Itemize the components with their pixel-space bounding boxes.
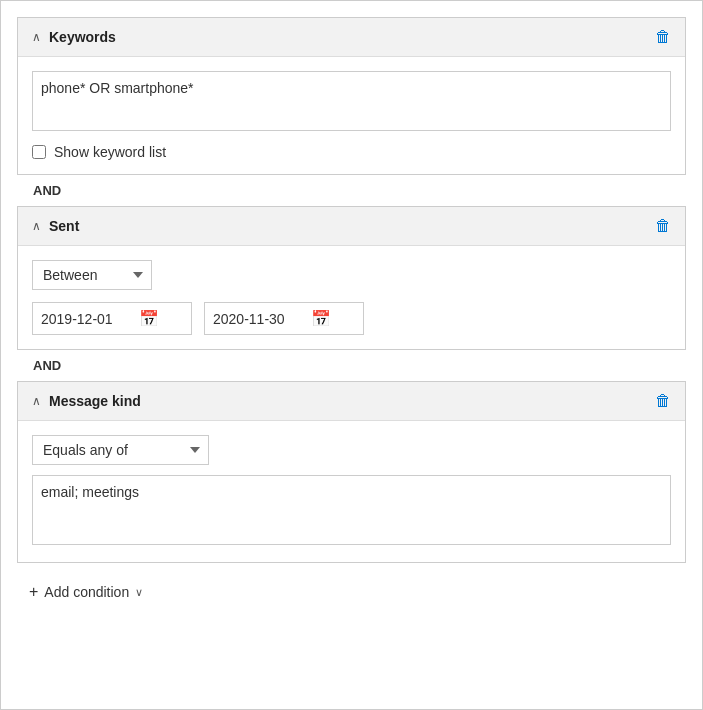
sent-dropdown[interactable]: Between Before After On [32,260,152,290]
keywords-delete-icon[interactable]: 🗑 [655,28,671,46]
message-kind-textarea[interactable] [32,475,671,545]
and-separator-1: AND [17,175,686,206]
date-row: 📅 📅 [32,302,671,335]
show-keyword-list-checkbox[interactable] [32,145,46,159]
keywords-textarea[interactable] [32,71,671,131]
and-label-1: AND [33,183,61,198]
message-kind-delete-icon[interactable]: 🗑 [655,392,671,410]
keywords-title: Keywords [49,29,116,45]
message-kind-dropdown[interactable]: Equals any of Does not equal any of [32,435,209,465]
message-kind-section: ∧ Message kind 🗑 Equals any of Does not … [17,381,686,563]
add-condition-button[interactable]: + Add condition ∨ [21,579,151,605]
sent-header-left: ∧ Sent [32,218,79,234]
message-kind-collapse-icon[interactable]: ∧ [32,394,41,408]
calendar-start-icon[interactable]: 📅 [139,309,159,328]
message-kind-body: Equals any of Does not equal any of [18,421,685,562]
date-start-wrapper: 📅 [32,302,192,335]
date-end-input[interactable] [213,311,303,327]
main-container: ∧ Keywords 🗑 Show keyword list AND ∧ Sen… [0,0,703,710]
add-condition-chevron-icon: ∨ [135,586,143,599]
date-end-wrapper: 📅 [204,302,364,335]
keywords-section-header: ∧ Keywords 🗑 [18,18,685,57]
keywords-body: Show keyword list [18,57,685,174]
keywords-header-left: ∧ Keywords [32,29,116,45]
message-kind-header: ∧ Message kind 🗑 [18,382,685,421]
sent-section: ∧ Sent 🗑 Between Before After On 📅 📅 [17,206,686,350]
add-condition-bar: + Add condition ∨ [17,563,686,613]
date-start-input[interactable] [41,311,131,327]
show-keyword-list-label: Show keyword list [54,144,166,160]
keywords-collapse-icon[interactable]: ∧ [32,30,41,44]
calendar-end-icon[interactable]: 📅 [311,309,331,328]
keywords-checkbox-row: Show keyword list [32,144,671,160]
message-kind-title: Message kind [49,393,141,409]
sent-title: Sent [49,218,79,234]
and-label-2: AND [33,358,61,373]
sent-delete-icon[interactable]: 🗑 [655,217,671,235]
sent-section-header: ∧ Sent 🗑 [18,207,685,246]
plus-icon: + [29,583,38,601]
message-kind-header-left: ∧ Message kind [32,393,141,409]
add-condition-label: Add condition [44,584,129,600]
and-separator-2: AND [17,350,686,381]
keywords-section: ∧ Keywords 🗑 Show keyword list [17,17,686,175]
sent-body: Between Before After On 📅 📅 [18,246,685,349]
sent-collapse-icon[interactable]: ∧ [32,219,41,233]
